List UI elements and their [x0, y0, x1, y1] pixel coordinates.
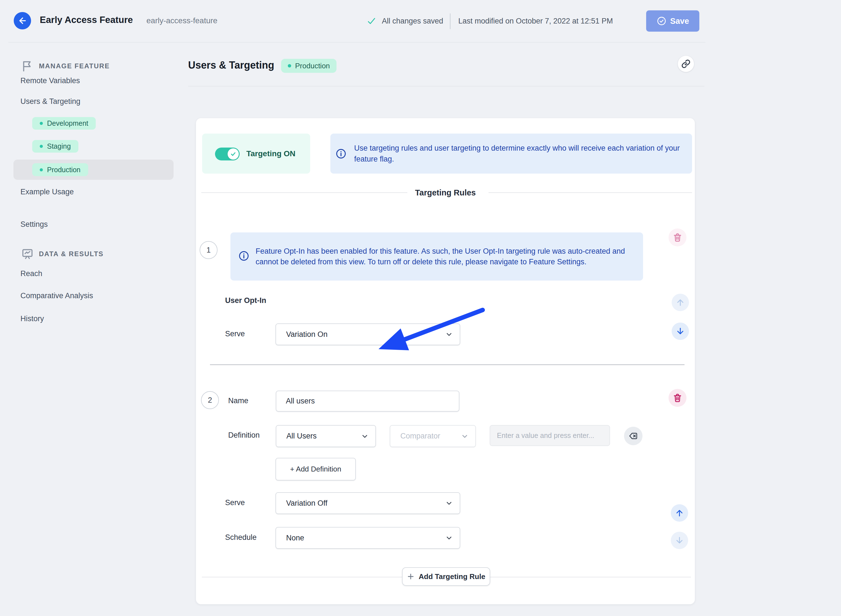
rule-1-serve-value: Variation On — [276, 330, 445, 339]
chevron-down-icon — [445, 330, 453, 338]
sidebar-section-label: DATA & RESULTS — [39, 250, 104, 258]
main-head-divider — [188, 86, 705, 87]
rule-2-clear-definition-button[interactable] — [624, 427, 643, 445]
feature-title: Early Access Feature — [40, 15, 133, 25]
sidebar-env-production-active-row[interactable]: Production — [13, 160, 174, 180]
rule-2-comparator-placeholder: Comparator — [390, 432, 461, 440]
rule-separator — [210, 364, 684, 365]
rule-2-move-down-button[interactable] — [671, 532, 688, 549]
sidebar-item-reach[interactable]: Reach — [21, 268, 42, 279]
trash-icon — [673, 232, 683, 242]
rule-2-schedule-value: None — [276, 534, 445, 543]
rule-2-value-input[interactable] — [489, 425, 610, 446]
sidebar-section-data-results: DATA & RESULTS — [21, 248, 104, 260]
targeting-toggle-label: Targeting ON — [246, 133, 295, 174]
chart-board-icon — [21, 248, 34, 260]
rule-2-comparator-dropdown[interactable]: Comparator — [390, 425, 476, 447]
header-divider — [450, 13, 450, 29]
info-icon — [238, 250, 249, 263]
app-window: Early Access Feature early-access-featur… — [0, 0, 841, 616]
rule-2-move-up-button[interactable] — [671, 504, 688, 522]
page-title: Users & Targeting — [188, 59, 274, 71]
backspace-icon — [628, 431, 638, 441]
env-label: Development — [47, 119, 88, 128]
environment-badge-label: Production — [295, 62, 330, 70]
sidebar-item-history[interactable]: History — [21, 313, 44, 324]
flag-icon — [21, 60, 34, 72]
env-dot-icon — [288, 64, 291, 67]
back-button[interactable] — [14, 12, 31, 29]
rule-1-notice-text: Feature Opt-In has been enabled for this… — [256, 246, 632, 267]
chevron-down-icon — [461, 432, 469, 440]
rule-2-name-label: Name — [228, 395, 248, 406]
env-label: Production — [47, 166, 81, 174]
add-targeting-rule-button[interactable]: Add Targeting Rule — [402, 567, 490, 586]
rule-1-delete-button[interactable] — [668, 229, 686, 246]
arrow-down-icon — [675, 327, 685, 336]
last-modified: Last modified on October 7, 2022 at 12:5… — [458, 17, 613, 25]
rule-2-schedule-label: Schedule — [225, 532, 257, 543]
info-icon — [336, 148, 347, 160]
targeting-toggle[interactable] — [215, 148, 240, 160]
env-dot-icon — [40, 145, 43, 148]
sidebar-item-comparative-analysis[interactable]: Comparative Analysis — [21, 290, 93, 301]
rule-1-notice: Feature Opt-In has been enabled for this… — [230, 232, 643, 280]
add-definition-button[interactable]: + Add Definition — [275, 458, 356, 481]
targeting-info-banner: Use targeting rules and user targeting t… — [330, 133, 692, 174]
rule-2-serve-label: Serve — [225, 497, 245, 508]
feature-slug: early-access-feature — [147, 16, 218, 25]
rule-2-serve-dropdown[interactable]: Variation Off — [275, 492, 460, 514]
save-button[interactable]: Save — [646, 10, 699, 32]
rule-2-schedule-dropdown[interactable]: None — [275, 527, 460, 549]
sidebar-section-label: MANAGE FEATURE — [39, 62, 110, 70]
toggle-check-icon — [230, 151, 236, 157]
rule-1-number-badge: 1 — [199, 241, 218, 259]
rule-2-definition-label: Definition — [228, 430, 260, 441]
saved-check-icon — [367, 16, 376, 27]
plus-icon — [407, 573, 414, 580]
rule-1-move-up-button[interactable] — [672, 294, 689, 311]
sidebar-item-example-usage[interactable]: Example Usage — [21, 186, 74, 197]
toggle-knob — [228, 148, 239, 160]
arrow-up-icon — [675, 298, 685, 307]
targeting-card: Targeting ON Use targeting rules and use… — [196, 118, 695, 604]
arrow-down-icon — [675, 535, 684, 545]
saved-status: All changes saved — [382, 17, 443, 25]
env-dot-icon — [40, 122, 43, 125]
arrow-up-icon — [675, 508, 684, 518]
sidebar-env-production[interactable]: Production — [32, 163, 88, 176]
arrow-left-icon — [18, 16, 28, 26]
sidebar-env-staging[interactable]: Staging — [32, 140, 78, 153]
rule-2-definition-dropdown[interactable]: All Users — [276, 425, 376, 447]
link-icon — [681, 59, 691, 69]
sidebar-env-development[interactable]: Development — [32, 117, 96, 130]
env-label: Staging — [47, 142, 71, 150]
rule-1-serve-label: Serve — [225, 328, 245, 339]
sidebar-section-manage-feature: MANAGE FEATURE — [21, 60, 110, 72]
sidebar-item-users-targeting[interactable]: Users & Targeting — [21, 96, 81, 107]
environment-badge: Production — [281, 59, 337, 73]
rule-2-delete-button[interactable] — [668, 389, 686, 407]
copy-link-button[interactable] — [678, 56, 694, 72]
chevron-down-icon — [361, 432, 369, 440]
chevron-down-icon — [445, 534, 453, 542]
rule-2-name-input[interactable] — [276, 391, 459, 412]
sidebar-item-settings[interactable]: Settings — [21, 219, 48, 230]
targeting-info-text: Use targeting rules and user targeting t… — [354, 143, 683, 165]
env-dot-icon — [40, 168, 43, 172]
save-button-label: Save — [670, 16, 689, 26]
check-circle-icon — [656, 16, 667, 26]
sidebar-item-remote-variables[interactable]: Remote Variables — [21, 75, 80, 86]
rule-1-move-down-button[interactable] — [672, 323, 689, 340]
rule-2-definition-value: All Users — [276, 432, 361, 440]
chevron-down-icon — [445, 499, 453, 507]
rule-2-serve-value: Variation Off — [276, 499, 445, 507]
trash-icon — [673, 393, 683, 403]
rule-1-title: User Opt-In — [225, 295, 266, 306]
targeting-rules-heading: Targeting Rules — [196, 187, 695, 198]
rule-2-number-badge: 2 — [201, 391, 219, 409]
add-targeting-rule-label: Add Targeting Rule — [419, 572, 485, 581]
rule-1-serve-dropdown[interactable]: Variation On — [275, 323, 460, 345]
targeting-toggle-box: Targeting ON — [202, 133, 310, 174]
header-bottom-border — [9, 42, 706, 43]
